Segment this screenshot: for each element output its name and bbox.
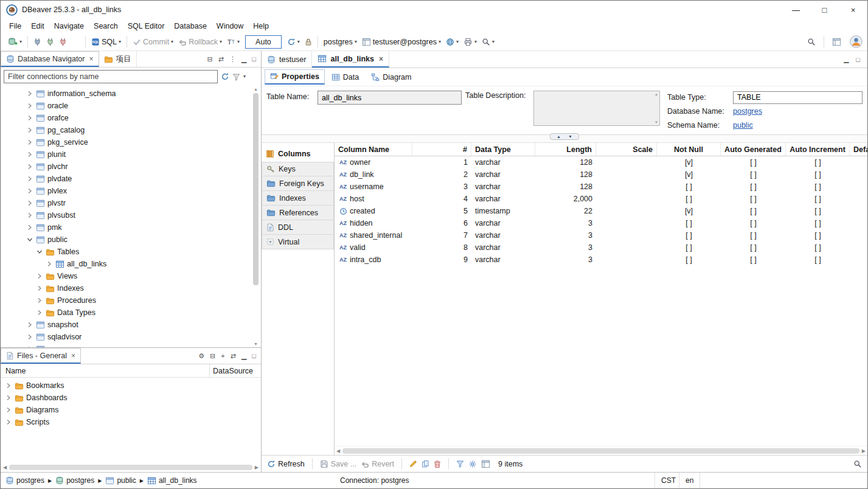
chevron-right-icon[interactable] [26,164,33,170]
connect-button[interactable] [31,36,44,47]
tree-item-public[interactable]: public [1,234,261,246]
scrollbar-thumb[interactable] [342,448,859,454]
tree-item-information-schema[interactable]: information_schema [1,88,261,100]
column-header-defa[interactable]: Defa [850,143,867,156]
chevron-right-icon[interactable] [26,212,33,218]
network-button[interactable]: ▾ [443,36,461,48]
column-header-data-type[interactable]: Data Type [471,143,535,156]
column-header-scale[interactable]: Scale [596,143,657,156]
tree-item-procedures[interactable]: Procedures [1,294,261,307]
scroll-up-icon[interactable]: ▲ [254,87,258,91]
chevron-right-icon[interactable] [36,297,43,303]
tab-database-navigator[interactable]: Database Navigator × [1,51,99,67]
scroll-down-icon[interactable]: ▼ [654,120,658,124]
chevron-right-icon[interactable] [5,407,12,413]
link-with-editor-icon[interactable]: ⇄ [231,352,236,360]
grid-row-host[interactable]: AZhost4varchar2,000[ ][ ][ ] [335,193,867,205]
close-icon[interactable]: × [379,55,383,63]
column-header-datasource[interactable]: DataSource [210,367,253,375]
user-avatar[interactable] [850,35,863,48]
quick-search-button[interactable] [805,36,818,48]
grid-row-intra-cdb[interactable]: AZintra_cdb9varchar3[ ][ ][ ] [335,254,867,266]
chevron-right-icon[interactable] [26,103,33,109]
section-tab-foreign-keys[interactable]: Foreign Keys [262,176,334,191]
editor-tab-all-db-links[interactable]: all_db_links × [312,51,389,68]
grid-row-hidden[interactable]: AZhidden6varchar3[ ][ ][ ] [335,217,867,229]
breadcrumb-public[interactable]: public [105,476,136,485]
chevron-right-icon[interactable] [36,310,43,316]
column-header-not-null[interactable]: Not Null [657,143,721,156]
timezone-indicator[interactable]: CST [654,473,682,488]
chevron-right-icon[interactable] [26,346,33,347]
tab-projects[interactable]: 项目 [99,51,137,67]
menu-help[interactable]: Help [248,20,274,32]
chevron-right-icon[interactable] [26,139,33,145]
minimize-view-icon[interactable]: ▁ [241,352,246,360]
subtab-properties[interactable]: Properties [265,69,325,85]
grid-row-username[interactable]: AZusername3varchar128[ ][ ][ ] [335,181,867,193]
connection-select[interactable]: testuser@postgres▾ [359,36,443,48]
grid-row-shared-internal[interactable]: AZshared_internal7varchar3[ ][ ][ ] [335,229,867,241]
section-tab-ddl[interactable]: DDL [262,220,334,235]
refresh-button[interactable]: Refresh [267,460,305,468]
minimize-view-icon[interactable]: ▁ [844,55,849,63]
tree-item-plvsubst[interactable]: plvsubst [1,209,261,221]
transaction-log-button[interactable]: T▾ [224,36,242,48]
filter-settings-icon[interactable] [232,73,240,81]
close-window-button[interactable]: × [839,1,867,19]
collapse-down-icon[interactable]: ▼ [568,134,572,139]
tree-item-views[interactable]: Views [1,270,261,282]
breadcrumb-postgres[interactable]: postgres [5,476,44,485]
subtab-diagram[interactable]: Diagram [366,70,417,85]
collapse-up-icon[interactable]: ▲ [557,134,561,139]
add-icon[interactable]: + [221,352,224,359]
close-icon[interactable]: × [71,352,75,360]
database-select[interactable]: postgres▾ [321,36,359,48]
breadcrumb-postgres[interactable]: postgres [55,476,94,485]
chevron-right-icon[interactable] [26,334,33,340]
filter-connections-input[interactable] [4,70,218,83]
edit-button[interactable] [409,460,417,468]
tree-item-pmk[interactable]: pmk [1,221,261,234]
section-tab-virtual[interactable]: Virtual [262,235,334,249]
table-description-input[interactable]: ▲ ▼ [533,91,660,126]
files-item-scripts[interactable]: Scripts [1,416,261,428]
chevron-right-icon[interactable] [26,200,33,206]
subtab-data[interactable]: Data [326,70,364,85]
chevron-down-icon[interactable] [26,237,33,243]
tree-item-snapshot[interactable]: snapshot [1,319,261,331]
column-header-auto-increment[interactable]: Auto Increment [786,143,850,156]
chevron-right-icon[interactable] [26,115,33,121]
chevron-right-icon[interactable] [26,151,33,158]
minimize-window-button[interactable]: — [782,1,810,19]
scroll-right-icon[interactable]: ▶ [862,448,866,454]
horizontal-splitter[interactable]: ▲ ▼ [262,134,867,142]
minimize-view-icon[interactable]: ▁ [241,55,246,63]
menu-navigate[interactable]: Navigate [49,20,89,32]
schema-name-link[interactable]: public [733,121,753,130]
section-tab-keys[interactable]: Keys [262,162,334,176]
chevron-down-icon[interactable] [36,249,43,255]
commit-button[interactable]: Commit▾ [130,36,176,48]
commit-mode-select[interactable]: Auto [245,35,282,49]
tree-item-plunit[interactable]: plunit [1,148,261,161]
tree-item-plvlex[interactable]: plvlex [1,185,261,197]
navigator-scrollbar[interactable]: ▲ ▼ [252,87,260,346]
scroll-right-icon[interactable]: ▶ [255,465,259,470]
files-item-diagrams[interactable]: Diagrams [1,404,261,416]
chevron-right-icon[interactable] [46,261,53,267]
data-search-button[interactable]: ▾ [479,36,497,48]
column-header-item[interactable]: # [412,143,471,156]
tab-files-general[interactable]: Files - General × [1,348,81,364]
chevron-right-icon[interactable] [5,395,12,401]
close-icon[interactable]: × [89,55,93,63]
settings-icon[interactable]: ⚙ [198,352,204,360]
tree-item-oracle[interactable]: oracle [1,100,261,112]
search-results-button[interactable] [853,460,862,468]
tree-item-pkg-service[interactable]: pkg_service [1,136,261,148]
splitter-collapse-controls[interactable]: ▲ ▼ [550,133,579,140]
maximize-window-button[interactable]: □ [810,1,839,19]
collapse-all-icon[interactable]: ⊟ [207,55,212,63]
revert-button[interactable]: Revert [361,460,394,468]
maximize-view-icon[interactable]: □ [856,56,860,63]
